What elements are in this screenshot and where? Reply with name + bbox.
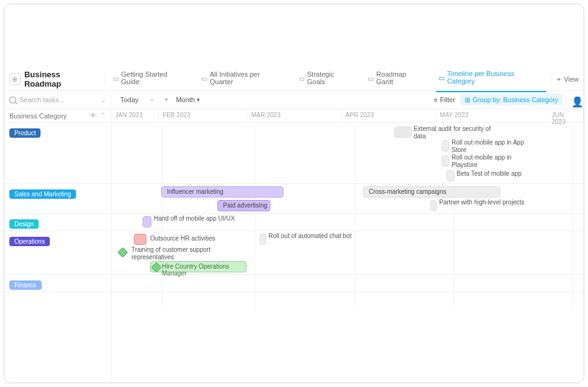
prev-button[interactable]: −: [147, 95, 156, 104]
collapse-icon[interactable]: ⌃: [100, 112, 106, 120]
category-column: Business Category 👁 ⌃ ProductSales and M…: [4, 109, 111, 383]
chevron-down-icon: ▾: [197, 97, 200, 103]
task-label: Partner with high-level projects: [439, 199, 524, 206]
view-icon: ▭: [439, 74, 445, 80]
view-icon: ▭: [113, 75, 119, 81]
tab-timeline-per-business-category[interactable]: ▭Timeline per Business Category: [436, 66, 546, 92]
task-block[interactable]: [442, 155, 449, 166]
filter-label: Filter: [440, 96, 455, 103]
task-label: Influencer marketing: [167, 188, 224, 195]
tab-getting-started-guide[interactable]: ▭Getting Started Guide: [110, 67, 190, 92]
tab-label: Getting Started Guide: [121, 70, 187, 85]
task-label: Roll out mobile app in Playstore: [452, 154, 539, 168]
category-header-label: Business Category: [9, 112, 67, 120]
divider: [551, 74, 552, 84]
person-icon[interactable]: 👤: [571, 96, 579, 103]
lane-row: Outsource HR activitiesRoll out of autom…: [111, 231, 584, 275]
task-label: Roll out mobile app in App Store: [452, 139, 539, 153]
filter-icon: ≡: [434, 97, 438, 103]
category-row[interactable]: Operations: [4, 231, 111, 275]
category-row[interactable]: Design: [4, 214, 111, 231]
task-bar[interactable]: Hire Country Operations Manager: [150, 261, 247, 272]
milestone-icon: [151, 262, 162, 273]
category-pill: Finance: [9, 280, 42, 290]
task-block[interactable]: [260, 234, 266, 245]
search-placeholder: Search tasks...: [19, 96, 65, 103]
search-icon: [9, 97, 16, 103]
view-icon: ▭: [298, 75, 305, 81]
group-by-label: Group by: Business Category: [473, 96, 558, 103]
timeline: Business Category 👁 ⌃ ProductSales and M…: [4, 109, 584, 383]
plus-icon: +: [557, 75, 561, 83]
toolbar: Search tasks... ⌄ Today − + Month ▾ ≡ Fi…: [4, 90, 584, 109]
tab-label: Strategic Goals: [307, 70, 354, 85]
tab-strategic-goals[interactable]: ▭Strategic Goals: [296, 67, 356, 92]
category-pill: Design: [9, 219, 39, 229]
month-header-cell: JAN 2023: [111, 109, 159, 122]
task-bar[interactable]: Influencer marketing: [161, 186, 283, 198]
view-tabs: ▭Getting Started Guide▭All Initiatives p…: [110, 66, 546, 92]
tab-label: Roadmap Gantt: [376, 70, 425, 85]
task-bar[interactable]: [143, 216, 151, 227]
group-icon: ⊞: [465, 96, 470, 103]
month-header-cell: FEB 2023: [159, 109, 247, 122]
lane-row: Influencer marketingPaid advertisingCros…: [111, 184, 584, 214]
today-button[interactable]: Today: [116, 96, 142, 103]
tab-roadmap-gantt[interactable]: ▭Roadmap Gantt: [365, 67, 427, 92]
roadmap-icon: ⊕: [9, 74, 21, 85]
divider: [105, 74, 105, 84]
month-header-cell: JUN 2023: [548, 109, 584, 122]
category-pill: Sales and Marketing: [9, 189, 76, 199]
milestone-icon[interactable]: [118, 247, 128, 258]
task-bar[interactable]: Cross-marketing campaigns: [363, 186, 500, 198]
month-header-cell: APR 2023: [342, 109, 436, 122]
group-by-button[interactable]: ⊞ Group by: Business Category: [460, 94, 562, 105]
category-row[interactable]: Product: [4, 123, 111, 184]
task-label: Cross-marketing campaigns: [369, 188, 447, 195]
view-icon: ▭: [368, 75, 374, 81]
task-block[interactable]: [394, 127, 412, 138]
category-pill: Operations: [9, 237, 50, 246]
task-label: Paid advertising: [223, 202, 267, 209]
topbar: ⊕ Business Roadmap ▭Getting Started Guid…: [4, 64, 584, 90]
filter-button[interactable]: ≡ Filter: [434, 96, 455, 103]
tab-label: Timeline per Business Category: [447, 70, 544, 85]
add-view-label: View: [564, 75, 579, 83]
app-frame: ⊕ Business Roadmap ▭Getting Started Guid…: [4, 4, 584, 383]
next-button[interactable]: +: [161, 95, 171, 104]
month-header-cell: MAY 2023: [436, 109, 548, 122]
task-bar[interactable]: Paid advertising: [217, 200, 270, 211]
task-block[interactable]: [430, 200, 437, 211]
tab-all-initiatives-per-quarter[interactable]: ▭All Initiatives per Quarter: [199, 67, 287, 92]
category-row[interactable]: Finance: [4, 275, 111, 292]
task-label: External audit for security of data: [414, 125, 501, 140]
zoom-select[interactable]: Month ▾: [176, 96, 200, 103]
task-label: Outsource HR activities: [150, 235, 215, 242]
task-label: Roll out of automated chat bot: [268, 232, 351, 240]
title-wrap: ⊕ Business Roadmap: [9, 70, 100, 88]
divider: [111, 95, 111, 105]
view-icon: ▭: [201, 75, 207, 81]
zoom-label: Month: [176, 96, 195, 103]
lane-row: [111, 275, 584, 292]
task-block[interactable]: [442, 140, 449, 151]
lane-row: Hand off of mobile app UI/UX: [111, 214, 584, 231]
timeline-grid[interactable]: JAN 2023FEB 2023MAR 2023APR 2023MAY 2023…: [111, 109, 584, 383]
category-header: Business Category 👁 ⌃: [4, 109, 111, 123]
add-view-button[interactable]: + View: [557, 75, 579, 83]
visibility-icon[interactable]: 👁: [90, 112, 97, 120]
category-row[interactable]: Sales and Marketing: [4, 184, 111, 214]
chevron-down-icon: ⌄: [101, 97, 106, 103]
lanes: External audit for security of dataRoll …: [111, 123, 584, 292]
page-title: Business Roadmap: [24, 70, 100, 88]
task-label: Training of customer support representat…: [131, 246, 225, 260]
task-label: Hand off of mobile app UI/UX: [154, 215, 235, 222]
task-label: Beta Test of mobile app: [457, 170, 521, 178]
search-input[interactable]: Search tasks... ⌄: [9, 96, 106, 103]
task-block[interactable]: [447, 170, 454, 181]
month-header: JAN 2023FEB 2023MAR 2023APR 2023MAY 2023…: [111, 109, 584, 123]
lane-row: External audit for security of dataRoll …: [111, 123, 584, 184]
task-bar[interactable]: [134, 234, 146, 245]
category-pill: Product: [9, 128, 40, 138]
tab-label: All Initiatives per Quarter: [210, 70, 285, 85]
